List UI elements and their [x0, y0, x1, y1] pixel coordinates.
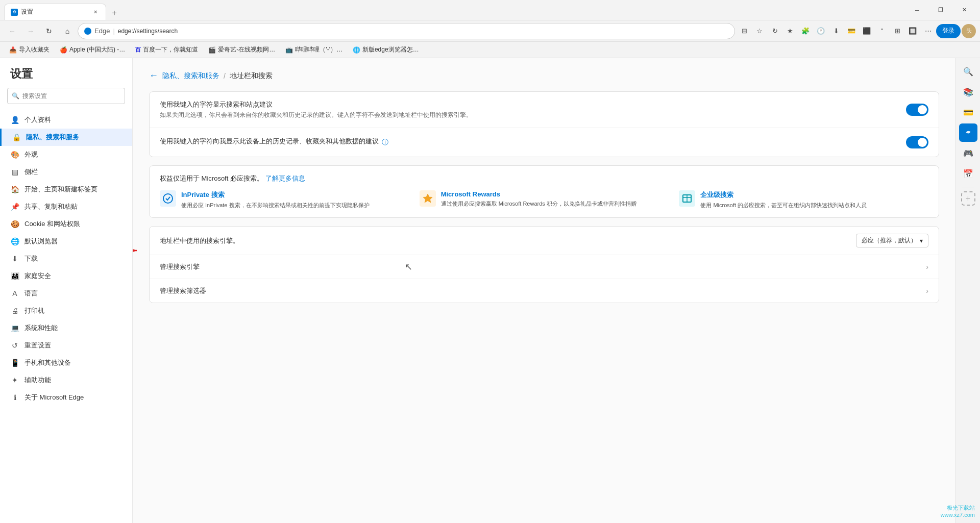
toggle-2-info-icon[interactable]: ⓘ: [382, 138, 388, 147]
newtab-icon: 🏠: [10, 185, 19, 194]
rs-edge-button[interactable]: [959, 123, 977, 142]
signin-button[interactable]: 登录: [936, 24, 961, 38]
title-bar: ⚙ 设置 ✕ ＋ ─ ❐ ✕: [0, 0, 980, 20]
home-button[interactable]: ⌂: [59, 23, 76, 39]
sidebar-label-printer: 打印机: [24, 306, 44, 315]
rs-collections-button[interactable]: 📚: [959, 83, 977, 101]
accessibility-icon: ✦: [10, 376, 19, 385]
bookmark-edge[interactable]: 🌐 新版edge浏览器怎…: [350, 44, 422, 55]
sidebar-label-reset: 重置设置: [24, 341, 51, 350]
baidu-icon: 百: [135, 46, 141, 54]
sidebar-item-appearance[interactable]: 🎨 外观: [0, 146, 132, 163]
rs-games-button[interactable]: 🎮: [959, 144, 977, 162]
active-tab[interactable]: ⚙ 设置 ✕: [4, 4, 106, 20]
sidebar-item-mobile[interactable]: 📱 手机和其他设备: [0, 354, 132, 371]
benefit-enterprise: 企业级搜索 使用 Microsoft 的必应搜索，甚至可在组织内部快速找到站点和…: [679, 190, 928, 209]
mobile-icon: 📱: [10, 358, 19, 367]
sidebar-item-privacy[interactable]: 🔒 隐私、搜索和服务: [0, 129, 132, 146]
toggle-1-label: 使用我键入的字符显示搜索和站点建议: [160, 100, 906, 109]
bookmark-bilibili[interactable]: 📺 哔哩哔哩（'-'）…: [282, 44, 346, 55]
rs-wallet-button[interactable]: 💳: [959, 103, 977, 121]
breadcrumb-parent-link[interactable]: 隐私、搜索和服务: [162, 71, 219, 81]
sidebar-item-printer[interactable]: 🖨 打印机: [0, 302, 132, 319]
downloads-button[interactable]: ⬇: [829, 24, 843, 38]
avatar[interactable]: 头: [962, 24, 976, 38]
toggle-1[interactable]: [906, 104, 928, 116]
manage-filters-row[interactable]: 管理搜索筛选器 ›: [150, 279, 939, 303]
sidebar-label-sidebar: 侧栏: [24, 167, 38, 177]
restore-button[interactable]: ❐: [929, 2, 952, 18]
rs-calendar-button[interactable]: 📅: [959, 164, 977, 183]
rewards-icon: [420, 190, 436, 207]
sidebar-item-about[interactable]: ℹ 关于 Microsoft Edge: [0, 389, 132, 406]
inprivate-title[interactable]: InPrivate 搜索: [181, 190, 370, 200]
close-button[interactable]: ✕: [952, 2, 976, 18]
manage-engines-arrow-icon: ›: [926, 263, 928, 271]
about-icon: ℹ: [10, 393, 19, 402]
bookmark-import[interactable]: 📥 导入收藏夹: [6, 44, 53, 55]
minimize-button[interactable]: ─: [905, 2, 929, 18]
manage-engines-row[interactable]: 管理搜索引擎 ↖ ›: [150, 255, 939, 279]
bookmark-label: 哔哩哔哩（'-'）…: [295, 45, 342, 54]
copilot-button[interactable]: ": [875, 24, 889, 38]
breadcrumb-current: 地址栏和搜索: [230, 71, 273, 81]
favorites-button[interactable]: ☆: [752, 24, 767, 38]
back-arrow-button[interactable]: ←: [149, 70, 158, 81]
settings-search-box[interactable]: 🔍: [7, 88, 125, 104]
forward-button[interactable]: →: [22, 23, 39, 39]
tab-close-button[interactable]: ✕: [91, 8, 100, 16]
extensions-button[interactable]: 🧩: [798, 24, 813, 38]
bookmarks-bar: 📥 导入收藏夹 🍎 Apple (中国大陆) -… 百 百度一下，你就知道 🎬 …: [0, 42, 980, 58]
tab-bar: ⚙ 设置 ✕ ＋: [4, 0, 901, 20]
rs-search-button[interactable]: 🔍: [959, 62, 977, 81]
sidebar-label-share: 共享、复制和粘贴: [24, 202, 78, 211]
browser-essentials-button[interactable]: ⊞: [890, 24, 904, 38]
rs-add-button[interactable]: +: [961, 191, 975, 206]
wallet-button[interactable]: 💳: [844, 24, 859, 38]
bing-button[interactable]: 🔲: [905, 24, 920, 38]
sidebar-item-downloads[interactable]: ⬇ 下载: [0, 250, 132, 267]
sidebar-item-language[interactable]: A 语言: [0, 285, 132, 302]
sidebar-label-about: 关于 Microsoft Edge: [24, 393, 84, 402]
watermark: 极光下载站 www.xz7.com: [941, 504, 975, 518]
back-button[interactable]: ←: [4, 23, 20, 39]
apple-icon: 🍎: [60, 46, 67, 54]
bookmark-baidu[interactable]: 百 百度一下，你就知道: [132, 44, 201, 55]
settings-search-input[interactable]: [22, 92, 120, 99]
sidebar-item-profile[interactable]: 👤 个人资料: [0, 111, 132, 129]
history-button[interactable]: 🕐: [814, 24, 828, 38]
enterprise-title[interactable]: 企业级搜索: [700, 190, 867, 200]
sidebar-item-accessibility[interactable]: ✦ 辅助功能: [0, 371, 132, 389]
breadcrumb-separator: /: [224, 72, 226, 80]
rewards-title[interactable]: Microsoft Rewards: [441, 190, 636, 198]
nav-actions: ⊟ ☆ ↻ ★ 🧩 🕐 ⬇ 💳 ⬛ " ⊞ 🔲 ⋯ 登录 头: [737, 24, 976, 38]
svg-point-2: [163, 194, 173, 203]
sidebar-item-reset[interactable]: ↺ 重置设置: [0, 337, 132, 354]
manage-filters-arrow-icon: ›: [926, 287, 928, 295]
sidebar-item-share[interactable]: 📌 共享、复制和粘贴: [0, 198, 132, 215]
search-engine-value: 必应（推荐，默认）: [862, 236, 917, 245]
bookmark-apple[interactable]: 🍎 Apple (中国大陆) -…: [57, 44, 128, 55]
star-button[interactable]: ★: [783, 24, 797, 38]
sidebar-item-browser[interactable]: 🌐 默认浏览器: [0, 233, 132, 250]
address-text: edge://settings/search: [118, 28, 728, 35]
sidebar-label-cookies: Cookie 和网站权限: [24, 219, 80, 229]
benefits-learn-more-link[interactable]: 了解更多信息: [265, 175, 305, 182]
system-icon: 💻: [10, 323, 19, 333]
sidebar-item-cookies[interactable]: 🍪 Cookie 和网站权限: [0, 215, 132, 233]
tab-search-button[interactable]: ⊟: [737, 24, 751, 38]
search-engine-dropdown[interactable]: 必应（推荐，默认） ▾: [856, 234, 928, 247]
brand-label: Edge: [94, 27, 110, 35]
sidebar-item-sidebar[interactable]: ▤ 侧栏: [0, 163, 132, 181]
new-tab-button[interactable]: ＋: [107, 6, 121, 20]
toggle-2[interactable]: [906, 136, 928, 148]
refresh-edge-button[interactable]: ↻: [768, 24, 782, 38]
sidebar-item-newtab[interactable]: 🏠 开始、主页和新建标签页: [0, 181, 132, 198]
screenshot-button[interactable]: ⬛: [860, 24, 874, 38]
sidebar-item-system[interactable]: 💻 系统和性能: [0, 319, 132, 337]
more-button[interactable]: ⋯: [921, 24, 935, 38]
refresh-button[interactable]: ↻: [41, 23, 57, 39]
sidebar-item-family[interactable]: 👨‍👩‍👧 家庭安全: [0, 267, 132, 285]
address-bar[interactable]: Edge | edge://settings/search: [78, 23, 735, 39]
bookmark-iqiyi[interactable]: 🎬 爱奇艺-在线视频网…: [205, 44, 278, 55]
